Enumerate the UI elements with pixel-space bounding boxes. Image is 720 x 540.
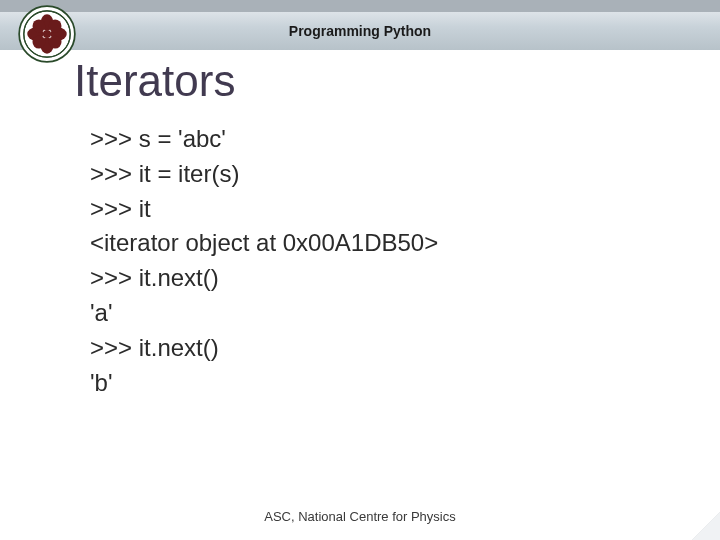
code-line: >>> s = 'abc' <box>90 122 680 157</box>
svg-point-2 <box>43 30 51 38</box>
footer-text: ASC, National Centre for Physics <box>0 509 720 524</box>
header-bar: Programming Python <box>0 12 720 50</box>
svg-point-9 <box>33 36 46 49</box>
slide-title: Iterators <box>74 56 235 106</box>
code-line: 'b' <box>90 366 680 401</box>
header-subtitle: Programming Python <box>289 23 431 39</box>
svg-point-10 <box>49 36 62 49</box>
code-body: >>> s = 'abc' >>> it = iter(s) >>> it <i… <box>90 122 680 400</box>
svg-point-7 <box>33 20 46 33</box>
code-line: 'a' <box>90 296 680 331</box>
page-corner-icon <box>692 512 720 540</box>
code-line: >>> it <box>90 192 680 227</box>
svg-point-8 <box>49 20 62 33</box>
code-line: >>> it.next() <box>90 331 680 366</box>
top-band <box>0 0 720 12</box>
code-line: >>> it = iter(s) <box>90 157 680 192</box>
code-line: >>> it.next() <box>90 261 680 296</box>
organization-logo <box>18 5 76 63</box>
code-line: <iterator object at 0x00A1DB50> <box>90 226 680 261</box>
